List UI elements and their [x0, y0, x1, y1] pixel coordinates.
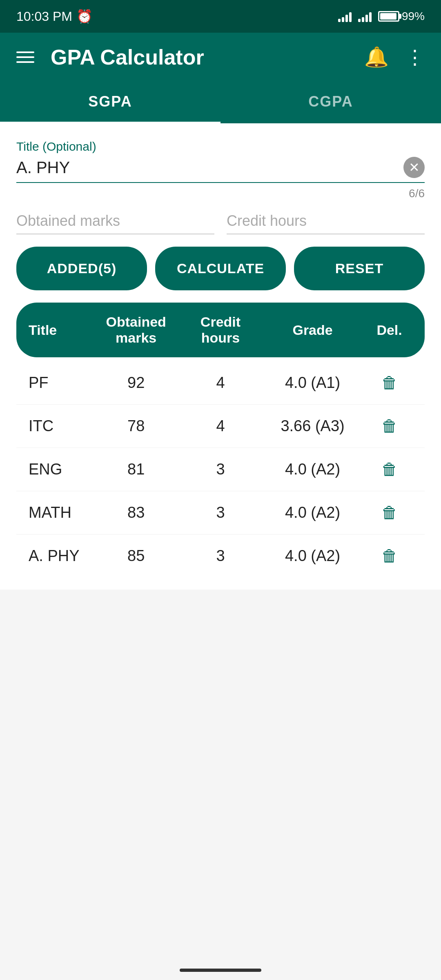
table-row: ENG 81 3 4.0 (A2) 🗑	[16, 448, 425, 491]
calculate-button[interactable]: CALCULATE	[155, 247, 286, 290]
tab-cgpa[interactable]: CGPA	[220, 82, 441, 123]
delete-button[interactable]: 🗑	[366, 503, 412, 522]
menu-icon[interactable]	[16, 51, 34, 63]
credit-hours-input[interactable]	[227, 212, 425, 234]
table-body: PF 92 4 4.0 (A1) 🗑 ITC 78 4 3.66 (A3) 🗑 …	[16, 361, 425, 577]
row-title: MATH	[29, 504, 90, 521]
title-input-row: ✕	[16, 157, 425, 183]
signal-icon-1	[338, 11, 352, 22]
table-header: Title Obtained marks Credit hours Grade …	[16, 303, 425, 357]
battery-indicator: 99%	[378, 10, 425, 23]
row-title: ITC	[29, 417, 90, 435]
content-area: Title (Optional) ✕ 6/6 ADDED(5) CALCULAT…	[0, 123, 441, 590]
tab-sgpa[interactable]: SGPA	[0, 82, 220, 123]
status-time: 10:03 PM ⏰	[16, 9, 93, 24]
title-label: Title (Optional)	[16, 140, 425, 154]
app-bar: GPA Calculator 🔔 ⋮	[0, 33, 441, 82]
row-marks: 83	[90, 504, 182, 521]
signal-icon-2	[358, 11, 372, 22]
char-count: 6/6	[16, 187, 425, 200]
row-title: A. PHY	[29, 547, 90, 565]
delete-button[interactable]: 🗑	[366, 547, 412, 565]
row-credits: 4	[182, 374, 259, 392]
row-marks: 78	[90, 417, 182, 435]
reset-button[interactable]: RESET	[294, 247, 425, 290]
delete-button[interactable]: 🗑	[366, 417, 412, 435]
row-marks: 85	[90, 547, 182, 565]
row-credits: 4	[182, 417, 259, 435]
row-credits: 3	[182, 461, 259, 478]
table-row: MATH 83 3 4.0 (A2) 🗑	[16, 491, 425, 535]
header-credit-hours: Credit hours	[182, 314, 259, 346]
row-title: ENG	[29, 461, 90, 478]
action-buttons: ADDED(5) CALCULATE RESET	[16, 247, 425, 290]
delete-button[interactable]: 🗑	[366, 374, 412, 392]
row-marks: 92	[90, 374, 182, 392]
obtained-marks-col	[16, 212, 214, 234]
home-indicator	[180, 969, 261, 972]
app-bar-icons: 🔔 ⋮	[364, 46, 425, 69]
row-grade: 4.0 (A2)	[259, 504, 366, 521]
row-credits: 3	[182, 504, 259, 521]
row-marks: 81	[90, 461, 182, 478]
row-grade: 3.66 (A3)	[259, 417, 366, 435]
app-title: GPA Calculator	[51, 45, 364, 69]
row-grade: 4.0 (A2)	[259, 547, 366, 565]
tabs: SGPA CGPA	[0, 82, 441, 123]
credit-hours-col	[227, 212, 425, 234]
clear-button[interactable]: ✕	[403, 157, 425, 178]
alarm-icon: ⏰	[76, 9, 93, 24]
status-right: 99%	[338, 10, 425, 23]
title-field: Title (Optional) ✕ 6/6	[16, 140, 425, 200]
more-options-icon[interactable]: ⋮	[405, 46, 425, 69]
header-del: Del.	[366, 322, 412, 338]
row-title: PF	[29, 374, 90, 392]
obtained-marks-input[interactable]	[16, 212, 214, 234]
delete-button[interactable]: 🗑	[366, 460, 412, 479]
status-bar: 10:03 PM ⏰ 99%	[0, 0, 441, 33]
row-credits: 3	[182, 547, 259, 565]
table-row: PF 92 4 4.0 (A1) 🗑	[16, 361, 425, 405]
table-row: A. PHY 85 3 4.0 (A2) 🗑	[16, 535, 425, 577]
row-grade: 4.0 (A2)	[259, 461, 366, 478]
added-button[interactable]: ADDED(5)	[16, 247, 147, 290]
title-input[interactable]	[16, 158, 403, 177]
row-grade: 4.0 (A1)	[259, 374, 366, 392]
header-title: Title	[29, 322, 90, 338]
header-grade: Grade	[259, 322, 366, 338]
header-obtained-marks: Obtained marks	[90, 314, 182, 346]
battery-icon	[378, 11, 399, 22]
bell-icon[interactable]: 🔔	[364, 46, 389, 69]
table-row: ITC 78 4 3.66 (A3) 🗑	[16, 405, 425, 448]
input-row	[16, 212, 425, 234]
